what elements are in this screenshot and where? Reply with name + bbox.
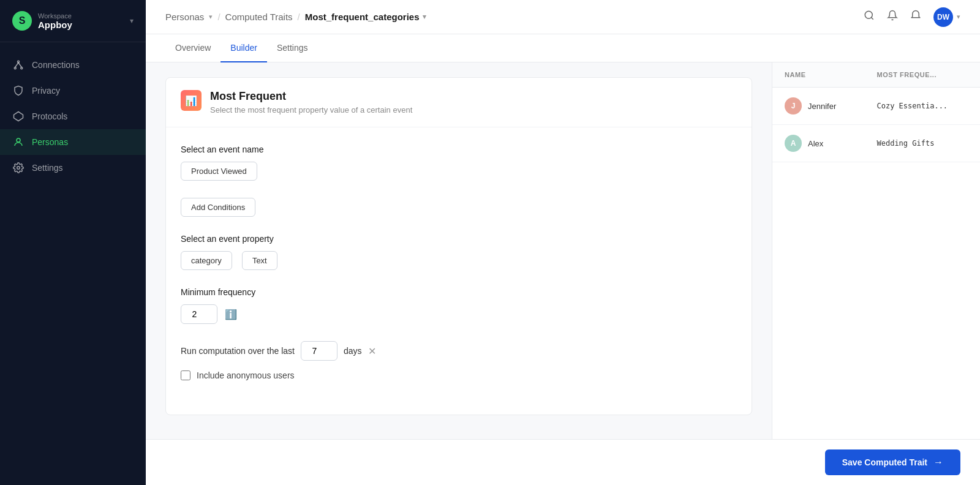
sidebar-item-protocols[interactable]: Protocols (0, 103, 146, 129)
breadcrumb-current-text: Most_frequent_categories (305, 12, 420, 22)
connections-label: Connections (32, 60, 80, 70)
svg-line-9 (871, 17, 873, 19)
notifications-icon[interactable] (887, 10, 898, 24)
svg-point-2 (21, 67, 23, 69)
anonymous-users-checkbox[interactable] (181, 370, 190, 380)
event-property-label: Select an event property (181, 234, 737, 244)
event-name-label: Select an event name (181, 145, 737, 154)
trait-card: 📊 Most Frequent Select the most frequent… (165, 77, 752, 415)
avatar: DW (933, 7, 953, 27)
sidebar: S Workspace Appboy ▾ Connections Privacy… (0, 0, 146, 485)
trait-value-cell: Cozy Essentia... (865, 88, 981, 125)
trait-title: Most Frequent (210, 90, 412, 103)
content-area: 📊 Most Frequent Select the most frequent… (146, 62, 980, 439)
days-input[interactable] (301, 341, 337, 361)
min-frequency-row: ℹ️ (181, 304, 737, 324)
avatar-container[interactable]: DW ▾ (933, 7, 960, 27)
breadcrumb-sep-2: / (298, 12, 300, 22)
preview-table: NAME MOST FREQUE... J Jennifer Cozy Esse… (772, 62, 980, 162)
computation-label: Run computation over the last (181, 346, 295, 356)
event-property-row: category Text (181, 251, 737, 270)
svg-point-7 (17, 167, 20, 170)
sidebar-item-privacy[interactable]: Privacy (0, 78, 146, 103)
trait-icon: 📊 (181, 90, 202, 111)
breadcrumb-chevron-icon: ▾ (209, 13, 213, 21)
preview-panel: NAME MOST FREQUE... J Jennifer Cozy Esse… (772, 62, 980, 439)
user-name: Jennifer (808, 102, 836, 111)
svg-point-8 (865, 11, 872, 18)
main-area: Personas ▾ / Computed Traits / Most_freq… (146, 0, 980, 485)
sidebar-logo[interactable]: S Workspace Appboy ▾ (0, 0, 146, 42)
svg-line-4 (18, 62, 21, 67)
footer: Save Computed Trait → (146, 439, 980, 485)
event-name-section: Select an event name Product Viewed (181, 145, 737, 181)
breadcrumb-personas[interactable]: Personas (165, 12, 204, 22)
tab-overview[interactable]: Overview (165, 34, 221, 62)
breadcrumb: Personas ▾ / Computed Traits / Most_freq… (165, 12, 426, 22)
computation-section: Run computation over the last days ✕ Inc… (181, 341, 737, 380)
anonymous-users-label[interactable]: Include anonymous users (197, 370, 295, 380)
svg-point-6 (17, 138, 20, 142)
avatar: J (785, 97, 802, 115)
col-name-header: NAME (772, 62, 865, 88)
workspace-label: Workspace (38, 12, 72, 20)
protocols-label: Protocols (32, 111, 67, 121)
tabs-bar: Overview Builder Settings (146, 34, 980, 62)
event-name-button[interactable]: Product Viewed (181, 162, 257, 181)
event-property-name-button[interactable]: category (181, 251, 232, 270)
computation-row: Run computation over the last days ✕ (181, 341, 737, 361)
privacy-label: Privacy (32, 86, 60, 96)
event-property-type-button[interactable]: Text (242, 251, 277, 270)
privacy-icon (12, 85, 24, 97)
breadcrumb-current-chevron-icon: ▾ (423, 13, 426, 21)
clear-days-button[interactable]: ✕ (368, 345, 376, 357)
save-computed-trait-button[interactable]: Save Computed Trait → (825, 449, 960, 475)
breadcrumb-computed-traits[interactable]: Computed Traits (225, 12, 293, 22)
settings-icon (12, 162, 24, 174)
svg-point-0 (18, 61, 20, 62)
connections-icon (12, 59, 24, 71)
trait-header: 📊 Most Frequent Select the most frequent… (166, 78, 752, 127)
trait-body: Select an event name Product Viewed Add … (166, 127, 752, 415)
svg-marker-5 (14, 112, 23, 121)
trait-description: Select the most frequent property value … (210, 105, 412, 115)
sidebar-nav: Connections Privacy Protocols Personas S… (0, 42, 146, 485)
protocols-icon (12, 110, 24, 122)
tab-builder[interactable]: Builder (221, 34, 267, 62)
personas-label: Personas (32, 137, 68, 147)
settings-label: Settings (32, 163, 63, 173)
personas-icon (12, 136, 24, 148)
min-frequency-input[interactable] (181, 304, 217, 324)
svg-point-1 (14, 67, 16, 69)
app-name: Appboy (38, 20, 72, 30)
tab-settings[interactable]: Settings (267, 34, 318, 62)
bell-icon[interactable] (910, 10, 921, 24)
logo-icon: S (12, 11, 32, 31)
trait-value-cell: Wedding Gifts (865, 125, 981, 162)
topbar-actions: DW ▾ (864, 7, 960, 27)
add-conditions-button[interactable]: Add Conditions (181, 198, 255, 217)
search-icon[interactable] (864, 10, 875, 24)
table-row: A Alex Wedding Gifts (772, 125, 980, 162)
info-icon: ℹ️ (225, 309, 237, 320)
min-frequency-label: Minimum frequency (181, 287, 737, 297)
avatar: A (785, 135, 802, 152)
min-frequency-section: Minimum frequency ℹ️ (181, 287, 737, 324)
user-name: Alex (808, 139, 823, 148)
save-button-label: Save Computed Trait (842, 457, 927, 467)
sidebar-item-personas[interactable]: Personas (0, 129, 146, 155)
builder-panel: 📊 Most Frequent Select the most frequent… (146, 62, 772, 439)
user-name-cell: J Jennifer (772, 88, 865, 125)
breadcrumb-sep-1: / (217, 12, 220, 22)
avatar-chevron-icon: ▾ (957, 13, 960, 21)
sidebar-item-settings[interactable]: Settings (0, 155, 146, 181)
sidebar-item-connections[interactable]: Connections (0, 52, 146, 78)
svg-line-3 (15, 62, 18, 67)
topbar: Personas ▾ / Computed Traits / Most_freq… (146, 0, 980, 34)
sidebar-chevron-icon: ▾ (130, 17, 134, 25)
breadcrumb-current: Most_frequent_categories ▾ (305, 12, 427, 22)
table-row: J Jennifer Cozy Essentia... (772, 88, 980, 125)
days-unit: days (344, 346, 362, 356)
col-value-header: MOST FREQUE... (865, 62, 981, 88)
event-property-section: Select an event property category Text (181, 234, 737, 270)
